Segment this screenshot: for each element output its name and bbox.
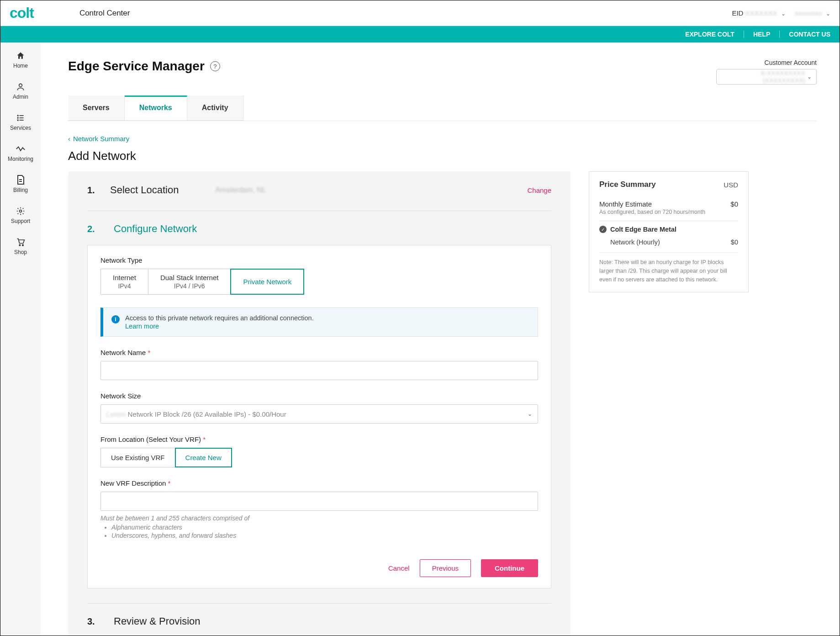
chevron-down-icon: ⌄: [528, 411, 532, 417]
step-label: Configure Network: [114, 223, 197, 235]
cancel-button[interactable]: Cancel: [388, 564, 410, 572]
customer-account-label: Customer Account: [716, 59, 817, 66]
monthly-estimate-sub: As configured, based on 720 hours/month: [599, 209, 705, 215]
info-banner: i Access to this private network require…: [100, 307, 538, 337]
contact-link[interactable]: CONTACT US: [789, 31, 830, 38]
svg-rect-2: [19, 115, 23, 116]
svg-point-3: [17, 117, 18, 118]
divider: [744, 31, 744, 38]
sidebar-item-label: Monitoring: [8, 156, 33, 162]
vrf-create-new[interactable]: Create New: [175, 448, 232, 467]
sidebar-item-home[interactable]: Home: [13, 51, 28, 69]
activity-icon: [16, 144, 26, 154]
vrf-desc-label: New VRF Description *: [100, 479, 538, 487]
step-location-value: Amsterdam, NL: [215, 186, 266, 194]
step-number: 3.: [87, 616, 98, 627]
svg-point-0: [19, 84, 22, 87]
divider: [87, 603, 551, 604]
network-name-input[interactable]: [100, 361, 538, 380]
sidebar-item-shop[interactable]: Shop: [14, 237, 27, 255]
type-title: Internet: [113, 274, 136, 281]
price-note: Note: There will be an hourly charge for…: [599, 258, 738, 284]
sidebar-item-admin[interactable]: Admin: [13, 82, 28, 100]
wizard-panel: 1. Select Location Amsterdam, NL Change …: [68, 171, 571, 636]
user-icon: [16, 82, 26, 92]
network-type-internet[interactable]: Internet IPv4: [100, 269, 148, 295]
user-dropdown[interactable]: xxxxxxxx ⌄: [795, 9, 830, 17]
eid-label: EID: [732, 9, 743, 17]
document-icon: [16, 175, 26, 185]
tab-activity[interactable]: Activity: [187, 95, 243, 120]
configure-network-panel: Network Type Internet IPv4 Dual Stack In…: [87, 245, 551, 588]
sidebar-item-label: Admin: [13, 94, 28, 100]
price-currency: USD: [724, 181, 738, 189]
network-size-label: Network Size: [100, 392, 538, 400]
sidebar-item-label: Shop: [14, 249, 27, 255]
sidebar-item-label: Home: [13, 63, 28, 69]
info-icon: i: [111, 315, 120, 323]
vrf-use-existing[interactable]: Use Existing VRF: [100, 448, 175, 467]
app-name: Control Center: [79, 9, 130, 18]
list-icon: [16, 113, 26, 123]
help-link[interactable]: HELP: [753, 31, 770, 38]
sidebar-item-label: Support: [11, 218, 30, 224]
line-item-label: Network (Hourly): [610, 238, 660, 246]
help-icon[interactable]: ?: [210, 61, 220, 71]
sidebar-item-billing[interactable]: Billing: [13, 175, 28, 193]
network-size-select[interactable]: LoremNetwork IP Block /26 (62 Available …: [100, 404, 538, 424]
breadcrumb-label: Network Summary: [73, 135, 129, 143]
monthly-estimate-value: $0: [730, 200, 738, 215]
gear-icon: [16, 206, 26, 216]
breadcrumb-back[interactable]: ‹ Network Summary: [68, 135, 817, 143]
sidebar-item-support[interactable]: Support: [11, 206, 30, 224]
product-name: Colt Edge Bare Metal: [610, 226, 676, 233]
tab-servers[interactable]: Servers: [68, 95, 125, 120]
svg-rect-6: [19, 120, 23, 121]
continue-button[interactable]: Continue: [481, 559, 538, 577]
svg-rect-4: [19, 117, 23, 118]
price-summary-panel: Price Summary USD Monthly Estimate As co…: [589, 171, 749, 292]
customer-account-select[interactable]: X-XXXXXXXXX (XXXXXXXXX) ⌄: [716, 69, 817, 85]
learn-more-link[interactable]: Learn more: [125, 323, 314, 330]
sidebar-item-label: Services: [10, 125, 31, 131]
step-number: 1.: [87, 185, 98, 196]
step-label: Review & Provision: [114, 615, 201, 627]
chevron-left-icon: ‹: [68, 135, 70, 143]
section-title: Add Network: [68, 149, 817, 163]
chevron-down-icon: ⌄: [781, 11, 786, 17]
step-label: Select Location: [110, 184, 179, 196]
line-item-value: $0: [731, 238, 738, 246]
page-title: Edge Service Manager: [68, 59, 205, 74]
brand-logo: colt: [10, 5, 34, 21]
svg-point-1: [17, 115, 18, 116]
eid-dropdown[interactable]: EID XXXXXXX ⌄: [732, 9, 785, 17]
utility-bar: EXPLORE COLT HELP CONTACT US: [0, 26, 840, 42]
monthly-estimate-label: Monthly Estimate: [599, 200, 705, 208]
tabs: Servers Networks Activity: [68, 95, 243, 121]
explore-link[interactable]: EXPLORE COLT: [685, 31, 734, 38]
sidebar-item-monitoring[interactable]: Monitoring: [8, 144, 33, 162]
network-type-dualstack[interactable]: Dual Stack Internet IPv4 / IPv6: [148, 269, 231, 295]
info-text: Access to this private network requires …: [125, 314, 314, 322]
eid-value: XXXXXXX: [745, 9, 777, 17]
svg-point-7: [20, 210, 22, 212]
svg-point-8: [19, 244, 21, 246]
tab-networks[interactable]: Networks: [125, 95, 187, 120]
type-sub: IPv4 / IPv6: [160, 282, 219, 290]
topbar: colt Control Center EID XXXXXXX ⌄ xxxxxx…: [0, 0, 840, 26]
divider: [779, 31, 780, 38]
network-type-private[interactable]: Private Network: [230, 269, 304, 295]
customer-account-value: X-XXXXXXXXX (XXXXXXXXX): [721, 69, 805, 84]
network-type-label: Network Type: [100, 256, 538, 264]
type-title: Dual Stack Internet: [160, 274, 219, 281]
svg-point-9: [22, 244, 24, 246]
vrf-desc-input[interactable]: [100, 492, 538, 511]
vrf-desc-helper: Must be between 1 and 255 characters com…: [100, 514, 538, 539]
previous-button[interactable]: Previous: [420, 559, 471, 577]
chevron-down-icon: ⌄: [807, 74, 812, 80]
home-icon: [16, 51, 26, 61]
type-title: Private Network: [243, 278, 291, 286]
change-link[interactable]: Change: [527, 186, 551, 194]
sidebar-item-services[interactable]: Services: [10, 113, 31, 131]
type-sub: IPv4: [113, 282, 136, 290]
